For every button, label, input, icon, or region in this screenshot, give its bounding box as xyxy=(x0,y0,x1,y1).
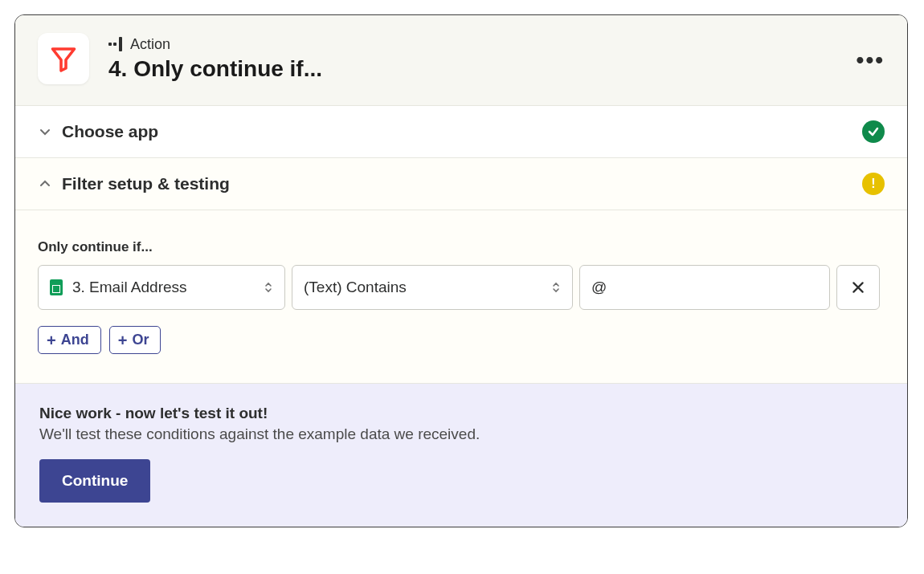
remove-condition-button[interactable] xyxy=(836,265,880,310)
add-or-button[interactable]: + Or xyxy=(109,326,161,354)
condition-value-input-wrapper xyxy=(579,265,830,310)
select-updown-icon xyxy=(551,280,561,295)
condition-operator-select[interactable]: (Text) Contains xyxy=(292,265,573,310)
and-label: And xyxy=(61,332,89,348)
step-title: 4. Only continue if... xyxy=(108,56,322,82)
condition-field-value: 3. Email Address xyxy=(72,279,187,296)
choose-app-title: Choose app xyxy=(62,122,158,141)
status-ok-icon xyxy=(862,120,885,143)
plus-icon: + xyxy=(118,332,128,348)
filter-app-icon xyxy=(38,33,89,84)
action-step-icon xyxy=(108,37,122,51)
or-label: Or xyxy=(132,332,149,348)
title-block: Action 4. Only continue if... xyxy=(108,36,322,82)
filter-setup-toggle[interactable]: Filter setup & testing ! xyxy=(38,158,885,210)
section-filter-setup: Filter setup & testing ! xyxy=(15,157,907,210)
more-options-button[interactable]: ••• xyxy=(857,47,885,73)
condition-value-input[interactable] xyxy=(591,279,818,296)
status-warning-icon: ! xyxy=(862,173,885,195)
test-title: Nice work - now let's test it out! xyxy=(39,405,883,422)
filter-body: Only continue if... 3. Email Address (Te… xyxy=(15,210,907,383)
close-icon xyxy=(851,280,865,295)
plus-icon: + xyxy=(47,332,56,348)
filter-setup-title: Filter setup & testing xyxy=(62,174,230,193)
condition-operator-value: (Text) Contains xyxy=(304,279,407,296)
condition-row: 3. Email Address (Text) Contains xyxy=(38,265,885,310)
google-sheets-icon xyxy=(50,279,63,295)
select-updown-icon xyxy=(264,280,273,295)
section-choose-app: Choose app xyxy=(15,105,907,157)
action-step-card: Action 4. Only continue if... ••• Choose… xyxy=(14,14,908,527)
condition-field-select[interactable]: 3. Email Address xyxy=(38,265,285,310)
chevron-up-icon xyxy=(38,177,52,191)
chevron-down-icon xyxy=(38,124,52,139)
step-type-label: Action xyxy=(130,36,170,53)
test-area: Nice work - now let's test it out! We'll… xyxy=(15,383,907,527)
add-and-button[interactable]: + And xyxy=(38,326,101,354)
choose-app-toggle[interactable]: Choose app xyxy=(38,106,885,157)
test-subtitle: We'll test these conditions against the … xyxy=(39,425,883,443)
filter-condition-label: Only continue if... xyxy=(38,239,885,255)
funnel-icon xyxy=(49,44,78,73)
card-header: Action 4. Only continue if... ••• xyxy=(15,15,907,105)
continue-button[interactable]: Continue xyxy=(39,459,150,503)
